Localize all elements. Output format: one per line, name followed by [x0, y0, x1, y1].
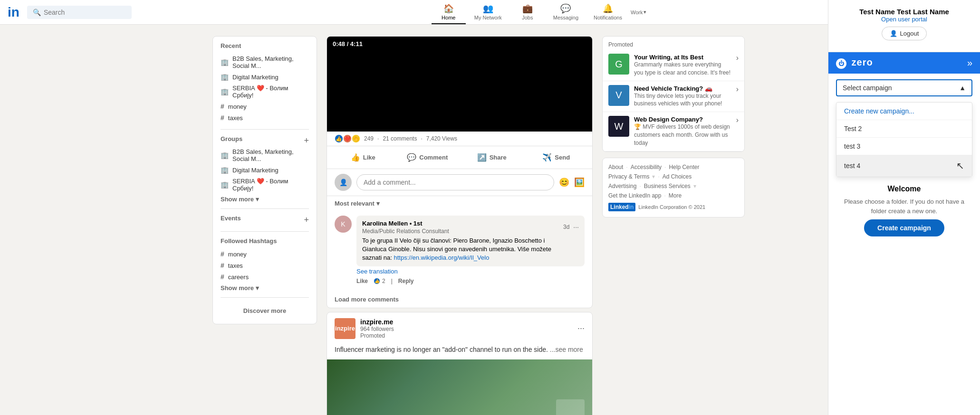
footer-ad-choices[interactable]: Ad Choices — [663, 173, 692, 180]
promoted-followers: 964 followers — [360, 326, 573, 332]
comment-count[interactable]: 21 comments — [383, 135, 417, 142]
campaign-select-box[interactable]: Select campaign ▲ — [836, 79, 972, 96]
sidebar-item-label: SERBIA ❤️ - Волим Србију! — [232, 85, 309, 99]
see-translation-button[interactable]: See translation — [356, 268, 398, 275]
post-card-video: 0:48 / 4:11 👍 ❤️ 👏 249 · 21 comments · 7… — [327, 36, 593, 308]
promoted-post-image — [327, 359, 592, 415]
ad-expand-icon[interactable]: › — [736, 116, 739, 124]
comment-input[interactable] — [356, 174, 554, 190]
comment-more-options[interactable]: ··· — [573, 223, 579, 231]
sidebar-item-b2b-group[interactable]: 🏢 B2B Sales, Marketing, Social M... — [221, 146, 309, 164]
footer-get-app[interactable]: Get the LinkedIn app — [608, 192, 661, 199]
footer-row-1: About · Accessibility · Help Center — [608, 164, 739, 170]
sidebar-item-label: taxes — [228, 114, 243, 122]
nav-jobs-label: Jobs — [522, 15, 533, 20]
sidebar-item-money-recent[interactable]: # money — [221, 101, 309, 112]
load-more-comments-button[interactable]: Load more comments — [327, 291, 592, 308]
zero-power-icon: ⏻ — [836, 58, 846, 69]
nav-notifications[interactable]: 🔔 Notifications — [587, 0, 629, 24]
open-user-portal-link[interactable]: Open user portal — [836, 16, 972, 23]
ad-vehicle-desc: This tiny device lets you track your bus… — [634, 92, 731, 108]
ad-grammarly: G Your Writing, at Its Best Grammarly ma… — [603, 50, 744, 81]
groups-show-more-button[interactable]: Show more ▾ — [221, 196, 309, 203]
nav-work[interactable]: Work ▾ — [631, 0, 646, 24]
logout-button[interactable]: 👤 Logout — [882, 27, 927, 40]
create-campaign-button[interactable]: Create campaign — [864, 219, 944, 236]
emoji-button[interactable]: 😊 — [559, 177, 569, 188]
campaign-option-test2[interactable]: Test 2 — [836, 120, 972, 138]
footer-help-center[interactable]: Help Center — [669, 164, 699, 170]
discover-more-button[interactable]: Discover more — [221, 303, 309, 318]
nav-jobs[interactable]: 💼 Jobs — [510, 0, 545, 24]
create-new-campaign-option[interactable]: Create new campaign... — [836, 103, 972, 120]
messaging-icon: 💬 — [560, 3, 571, 14]
grammarly-logo: G — [608, 54, 629, 75]
footer-row-2: Privacy & Terms ▾ · Ad Choices — [608, 173, 739, 180]
ad-expand-icon[interactable]: › — [736, 85, 739, 94]
comment-reply-button[interactable]: Reply — [398, 278, 414, 284]
current-user-avatar: 👤 — [335, 174, 352, 191]
sidebar-item-money-hashtag[interactable]: # money — [221, 248, 309, 260]
add-event-button[interactable]: + — [304, 215, 309, 225]
nav-network[interactable]: 👥 My Network — [468, 0, 509, 24]
sidebar-item-label: B2B Sales, Marketing, Social M... — [232, 148, 309, 162]
ad-webdesign-name[interactable]: Web Design Company? — [634, 116, 731, 123]
footer-advertising[interactable]: Advertising — [608, 183, 636, 189]
image-attach-button[interactable]: 🖼️ — [574, 177, 585, 188]
footer-accessibility[interactable]: Accessibility — [631, 164, 662, 170]
sidebar-item-label: money — [228, 103, 247, 110]
footer-about[interactable]: About — [608, 164, 623, 170]
ad-expand-icon[interactable]: › — [736, 54, 739, 62]
hashtag-icon: # — [221, 103, 224, 110]
view-count: 7,420 Views — [426, 135, 457, 142]
zero-logo: ⏻ zero — [836, 57, 873, 69]
comment-like-button[interactable]: Like — [356, 278, 368, 284]
share-button[interactable]: ↗️ Share — [460, 148, 524, 167]
nav-network-label: My Network — [474, 15, 502, 20]
campaign-option-test4[interactable]: test 4 ↖ — [836, 155, 972, 177]
sidebar-item-taxes-recent[interactable]: # taxes — [221, 112, 309, 123]
add-group-button[interactable]: + — [304, 136, 309, 146]
video-overlay — [327, 37, 592, 132]
search-input[interactable] — [44, 9, 120, 16]
comment-button[interactable]: 💬 Comment — [395, 148, 460, 167]
footer-more[interactable]: More — [669, 192, 682, 199]
promoted-account-name[interactable]: inzpire.me — [360, 318, 573, 326]
send-button[interactable]: ✈️ Send — [524, 148, 589, 167]
like-button[interactable]: 👍 Like — [331, 148, 395, 167]
commenter-title: Media/Public Relations Consultant — [362, 228, 449, 235]
building-icon: 🏢 — [221, 88, 229, 95]
see-more-button[interactable]: ...see more — [550, 346, 583, 353]
video-player[interactable]: 0:48 / 4:11 — [327, 37, 592, 132]
ad-vehicle-name[interactable]: Need Vehicle Tracking? 🚗 — [634, 85, 731, 92]
search-bar[interactable]: 🔍 — [27, 6, 132, 19]
sidebar-item-digital-group[interactable]: 🏢 Digital Marketing — [221, 164, 309, 176]
sidebar-item-digital-recent[interactable]: 🏢 Digital Marketing — [221, 71, 309, 83]
comment-link[interactable]: https://en.wikipedia.org/wiki/Il_Velo — [394, 254, 490, 261]
footer-business-services[interactable]: Business Services — [644, 183, 691, 189]
ad-webdesign-desc: 🏆 MVF delivers 1000s of web design custo… — [634, 123, 731, 147]
panel-collapse-icon[interactable]: » — [967, 57, 972, 68]
comment-content: Karolina Mellen • 1st Media/Public Relat… — [356, 216, 585, 286]
sidebar-item-taxes-hashtag[interactable]: # taxes — [221, 260, 309, 271]
sidebar-item-b2b-recent[interactable]: 🏢 B2B Sales, Marketing, Social M... — [221, 53, 309, 71]
sidebar-item-label: Digital Marketing — [232, 167, 279, 174]
ad-grammarly-name[interactable]: Your Writing, at Its Best — [634, 54, 731, 61]
sidebar-item-serbia-recent[interactable]: 🏢 SERBIA ❤️ - Волим Србију! — [221, 83, 309, 101]
network-icon: 👥 — [483, 3, 493, 14]
sidebar-item-serbia-group[interactable]: 🏢 SERBIA ❤️ - Волим Србију! — [221, 176, 309, 194]
hashtags-show-more-button[interactable]: Show more ▾ — [221, 284, 309, 292]
most-relevant-filter[interactable]: Most relevant ▾ — [327, 196, 592, 211]
zero-user-name: Test Name Test Last Name — [836, 8, 972, 16]
footer-privacy[interactable]: Privacy & Terms — [608, 173, 649, 180]
campaign-option-test3[interactable]: test 3 — [836, 138, 972, 155]
nav-home[interactable]: 🏠 Home — [432, 0, 466, 24]
nav-messaging[interactable]: 💬 Messaging — [547, 0, 585, 24]
vehicle-logo: V — [608, 85, 629, 106]
nav-home-label: Home — [442, 15, 455, 20]
sidebar-item-careers-hashtag[interactable]: # careers — [221, 271, 309, 283]
ads-card-title: Promoted — [603, 37, 744, 50]
post-more-options[interactable]: ··· — [577, 323, 585, 333]
jobs-icon: 💼 — [522, 3, 533, 14]
hashtag-icon: # — [221, 250, 224, 258]
